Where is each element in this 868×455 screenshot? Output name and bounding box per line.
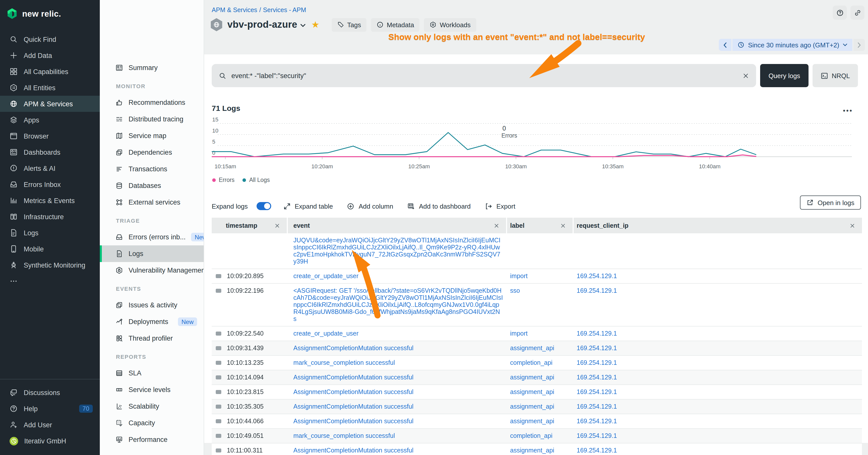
entity-chevron-down-icon[interactable] <box>300 24 305 27</box>
subnav-item-errors-errors-inb[interactable]: Errors (errors inb...New <box>100 229 204 246</box>
log-row[interactable]: 10:09:22.540create_or_update_userimport1… <box>212 326 862 341</box>
sidebar-item-discussions[interactable]: Discussions <box>0 385 100 400</box>
sidebar-item-errors-inbox[interactable]: Errors Inbox <box>0 176 100 193</box>
add-column-button[interactable]: Add column <box>347 202 393 210</box>
add-to-dashboard-button[interactable]: Add to dashboard <box>407 202 470 210</box>
legend-item-all-logs[interactable]: All Logs <box>243 177 270 183</box>
log-event-link[interactable]: create_or_update_user <box>293 272 359 280</box>
sidebar-item-all-capabilities[interactable]: All Capabilities <box>0 64 100 79</box>
subnav-item-recommendations[interactable]: Recommendations <box>100 94 204 111</box>
favorite-star-icon[interactable]: ★ <box>311 19 319 30</box>
time-picker[interactable]: Since 30 minutes ago (GMT+2) <box>719 39 865 51</box>
sidebar-item-alerts-ai[interactable]: Alerts & AI <box>0 160 100 176</box>
log-label-link[interactable]: import <box>510 272 527 280</box>
subnav-item-service-map[interactable]: Service map <box>100 128 204 144</box>
sidebar-item-apps[interactable]: Apps <box>0 112 100 128</box>
log-label-link[interactable]: assignment_api <box>510 389 554 395</box>
sidebar-item-logs[interactable]: Logs <box>0 225 100 241</box>
expand-table-button[interactable]: Expand table <box>283 202 333 210</box>
log-label-link[interactable]: assignment_api <box>510 345 554 352</box>
subnav-item-summary[interactable]: Summary <box>100 60 204 76</box>
log-event-link[interactable]: mark_course_completion successful <box>293 359 395 366</box>
log-label-link[interactable]: assignment_api <box>510 447 554 454</box>
log-ip-link[interactable]: 169.254.129.1 <box>577 432 617 440</box>
log-ip-link[interactable]: 169.254.129.1 <box>577 359 617 366</box>
subnav-item-dependencies[interactable]: Dependencies <box>100 144 204 161</box>
subnav-item-issues-activity[interactable]: Issues & activity <box>100 297 204 314</box>
subnav-item-vulnerability-management[interactable]: Vulnerability Management <box>100 262 204 279</box>
log-event-link[interactable]: mark_course_completion successful <box>293 432 395 440</box>
sidebar-item-add-data[interactable]: Add Data <box>0 47 100 64</box>
log-label-link[interactable]: assignment_api <box>510 418 554 425</box>
sidebar-item-infrastructure[interactable]: Infrastructure <box>0 208 100 225</box>
subnav-item-sla[interactable]: SLA <box>100 365 204 382</box>
sidebar-item-dashboards[interactable]: Dashboards <box>0 144 100 160</box>
column-header-request-client-ip[interactable]: request_client_ip <box>574 218 862 233</box>
log-row[interactable]: 10:09:22.196<ASGIRequest: GET '/sso/call… <box>212 284 862 326</box>
log-ip-link[interactable]: 169.254.129.1 <box>577 403 617 410</box>
log-ip-link[interactable]: 169.254.129.1 <box>577 330 617 337</box>
legend-item-errors[interactable]: Errors <box>212 177 235 183</box>
log-label-link[interactable]: completion_api <box>510 359 553 366</box>
log-row[interactable]: 10:11:00.311AssignmentCompletionMutation… <box>212 444 862 455</box>
subnav-item-external-services[interactable]: External services <box>100 194 204 210</box>
log-ip-link[interactable]: 169.254.129.1 <box>577 447 617 454</box>
sidebar-item-quick-find[interactable]: Quick Find <box>0 31 100 47</box>
logs-search-input[interactable]: event:* -"label":"security" <box>212 64 756 87</box>
subnav-item-capacity[interactable]: Capacity <box>100 415 204 431</box>
chart-options-icon[interactable]: ••• <box>843 107 853 115</box>
subnav-item-logs[interactable]: Logs <box>100 246 204 262</box>
clear-search-icon[interactable] <box>743 72 749 79</box>
time-back-button[interactable] <box>719 39 732 51</box>
log-row[interactable]: 10:10:35.305AssignmentCompletionMutation… <box>212 399 862 414</box>
log-event-link[interactable]: AssignmentCompletionMutation successful <box>293 447 413 454</box>
workloads-button[interactable]: Workloads <box>424 18 476 32</box>
subnav-item-transactions[interactable]: Transactions <box>100 161 204 177</box>
column-header-timestamp[interactable]: timestamp <box>212 218 288 233</box>
log-label-link[interactable]: assignment_api <box>510 374 554 381</box>
sidebar-item-more[interactable] <box>0 273 100 289</box>
open-in-logs-button[interactable]: Open in logs <box>800 195 861 209</box>
log-event-link[interactable]: AssignmentCompletionMutation successful <box>293 389 413 395</box>
log-row[interactable]: 10:09:31.439AssignmentCompletionMutation… <box>212 341 862 356</box>
sidebar-item-add-user[interactable]: Add User <box>0 417 100 433</box>
subnav-item-thread-profiler[interactable]: Thread profiler <box>100 330 204 347</box>
subnav-item-scalability[interactable]: Scalability <box>100 398 204 415</box>
remove-column-icon[interactable] <box>275 223 280 228</box>
log-event-link[interactable]: AssignmentCompletionMutation successful <box>293 403 413 410</box>
column-header-event[interactable]: event <box>288 218 507 233</box>
remove-column-icon[interactable] <box>560 223 565 228</box>
log-event-link[interactable]: JUQVU&code=eyJraWQiOiJjcGltY29yZV8wOTl1M… <box>293 237 500 265</box>
log-ip-link[interactable]: 169.254.129.1 <box>577 272 617 280</box>
log-event-link[interactable]: AssignmentCompletionMutation successful <box>293 345 413 352</box>
log-event-link[interactable]: AssignmentCompletionMutation successful <box>293 418 413 425</box>
log-row[interactable]: 10:10:44.066AssignmentCompletionMutation… <box>212 414 862 429</box>
subnav-item-databases[interactable]: Databases <box>100 177 204 194</box>
log-event-link[interactable]: AssignmentCompletionMutation successful <box>293 374 413 381</box>
log-row[interactable]: 10:09:20.895create_or_update_userimport1… <box>212 269 862 284</box>
sidebar-item-help[interactable]: Help70 <box>0 400 100 417</box>
log-ip-link[interactable]: 169.254.129.1 <box>577 418 617 425</box>
log-row[interactable]: 10:10:13.235mark_course_completion succe… <box>212 356 862 370</box>
subnav-item-deployments[interactable]: DeploymentsNew <box>100 314 204 330</box>
help-button[interactable] <box>833 5 847 20</box>
sidebar-item-all-entities[interactable]: All Entities <box>0 79 100 96</box>
expand-logs-toggle[interactable]: Expand logs <box>212 202 271 210</box>
subnav-item-service-levels[interactable]: Service levels <box>100 382 204 398</box>
permalink-button[interactable] <box>850 5 865 20</box>
query-logs-button[interactable]: Query logs <box>760 64 808 87</box>
sidebar-item-metrics-events[interactable]: Metrics & Events <box>0 193 100 208</box>
log-label-link[interactable]: assignment_api <box>510 403 554 410</box>
sidebar-item-synthetic-monitoring[interactable]: Synthetic Monitoring <box>0 257 100 273</box>
log-ip-link[interactable]: 169.254.129.1 <box>577 345 617 352</box>
metadata-button[interactable]: Metadata <box>371 18 420 32</box>
time-range-selector[interactable]: Since 30 minutes ago (GMT+2) <box>733 39 852 51</box>
breadcrumb-services-apm[interactable]: Services - APM <box>263 6 306 13</box>
log-row[interactable]: 10:10:49.051mark_course_completion succe… <box>212 429 862 444</box>
nrql-button[interactable]: NRQL <box>812 64 858 87</box>
subnav-item-distributed-tracing[interactable]: Distributed tracing <box>100 111 204 128</box>
remove-column-icon[interactable] <box>494 223 499 228</box>
log-row[interactable]: JUQVU&code=eyJraWQiOiJjcGltY29yZV8wOTl1M… <box>212 233 862 269</box>
sidebar-item-apm-services[interactable]: APM & Services <box>0 96 100 112</box>
sidebar-item-mobile[interactable]: Mobile <box>0 241 100 257</box>
